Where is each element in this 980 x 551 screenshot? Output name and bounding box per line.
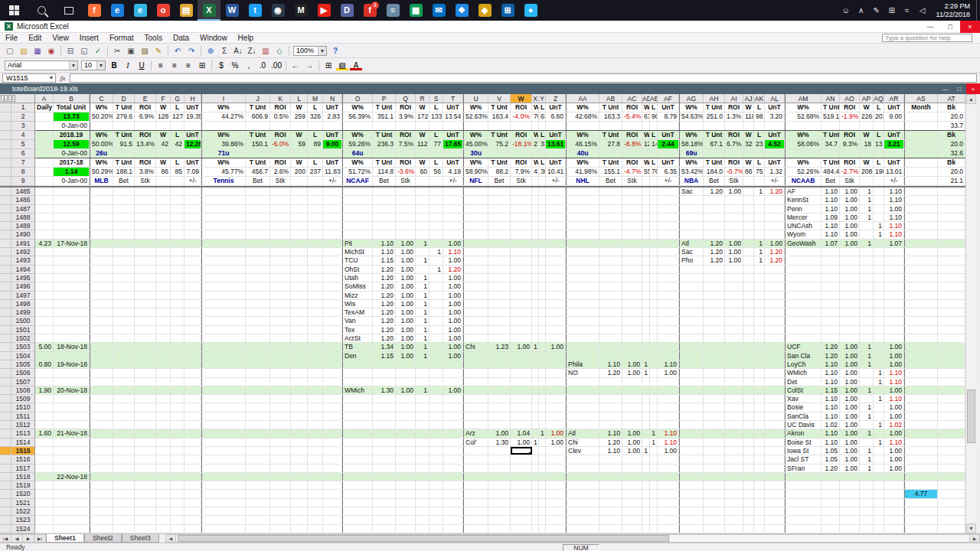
cell[interactable] <box>822 490 840 497</box>
column-header[interactable]: Y <box>539 94 546 103</box>
cell[interactable]: 13.01 <box>884 168 904 176</box>
cell[interactable] <box>135 230 156 238</box>
sort-descending-button[interactable]: Z↓ <box>245 45 259 57</box>
cell[interactable] <box>135 266 156 273</box>
cell[interactable] <box>308 149 323 158</box>
cell[interactable] <box>904 140 938 148</box>
cell[interactable] <box>725 439 743 446</box>
cell[interactable]: 1 <box>416 386 430 394</box>
cell[interactable] <box>270 507 291 515</box>
cell[interactable]: ROI <box>396 131 416 139</box>
cell[interactable]: 1.00 <box>884 455 904 463</box>
cell[interactable]: W <box>642 158 650 167</box>
cell[interactable] <box>156 177 171 185</box>
cell[interactable] <box>373 507 396 515</box>
cell[interactable]: UnT <box>185 158 201 167</box>
cell[interactable]: 0.80 <box>35 360 54 368</box>
cell[interactable] <box>35 317 54 324</box>
cell[interactable] <box>658 395 679 403</box>
cell[interactable] <box>532 256 539 264</box>
save-button[interactable]: ▦ <box>31 45 44 57</box>
cell[interactable] <box>430 455 443 463</box>
cell[interactable] <box>270 149 291 158</box>
cell[interactable]: 1.00 <box>396 274 416 282</box>
column-header[interactable]: S <box>430 94 443 103</box>
cell[interactable]: 1.10 <box>599 447 622 455</box>
cell[interactable]: 1 <box>860 447 874 455</box>
cell[interactable]: W% <box>785 131 822 139</box>
cell[interactable] <box>113 256 135 264</box>
cell[interactable] <box>566 122 599 130</box>
cell[interactable] <box>443 439 463 446</box>
cell[interactable] <box>599 256 622 264</box>
cell[interactable] <box>342 525 373 533</box>
cell[interactable]: 0-Jan-00 <box>54 177 90 185</box>
cell[interactable] <box>725 507 743 515</box>
cell[interactable] <box>430 282 443 290</box>
cell[interactable] <box>113 187 135 195</box>
cell[interactable] <box>679 455 704 463</box>
cell[interactable]: 55 <box>642 168 650 176</box>
cell[interactable] <box>135 465 156 472</box>
cell[interactable] <box>430 403 443 411</box>
cell[interactable] <box>599 214 622 221</box>
cell[interactable] <box>743 465 754 472</box>
cell[interactable]: Daily <box>35 103 54 112</box>
cell[interactable] <box>840 481 860 489</box>
cell[interactable] <box>546 516 566 523</box>
cell[interactable] <box>246 507 270 515</box>
cell[interactable] <box>765 282 785 290</box>
cell[interactable] <box>246 292 270 299</box>
cell[interactable]: 1.00 <box>884 412 904 420</box>
column-header[interactable]: AB <box>599 94 622 103</box>
tab-nav-button-1[interactable]: ◀ <box>11 534 23 543</box>
cell[interactable]: 7.09 <box>185 168 201 176</box>
cell[interactable] <box>650 481 658 489</box>
cell[interactable] <box>642 465 650 472</box>
cell[interactable] <box>511 187 532 195</box>
cell[interactable] <box>488 403 511 411</box>
font-name-combo[interactable]: Arial ▼ <box>5 60 78 70</box>
cell[interactable]: Van <box>342 317 373 324</box>
cell[interactable] <box>704 516 725 523</box>
cell[interactable] <box>539 378 546 386</box>
cell[interactable] <box>599 343 622 350</box>
row-header[interactable]: 1489 <box>0 222 35 230</box>
cell[interactable] <box>938 196 965 204</box>
cell[interactable]: 98 <box>754 112 765 121</box>
cell[interactable] <box>754 490 765 497</box>
cell[interactable] <box>201 300 246 308</box>
cell[interactable]: 251.0 <box>704 112 725 121</box>
cell[interactable] <box>35 499 54 507</box>
cell[interactable] <box>904 343 938 350</box>
cell[interactable]: 1.10 <box>822 205 840 213</box>
cell[interactable] <box>373 473 396 481</box>
cell[interactable] <box>511 507 532 515</box>
cell[interactable] <box>373 187 396 195</box>
cell[interactable] <box>599 334 622 342</box>
cell[interactable] <box>308 386 323 394</box>
cell[interactable]: 1.00 <box>884 205 904 213</box>
cell[interactable] <box>185 352 201 360</box>
cell[interactable]: 1.20 <box>704 187 725 195</box>
cell[interactable] <box>135 369 156 377</box>
cell[interactable] <box>171 214 185 221</box>
cell[interactable] <box>754 499 765 507</box>
cell[interactable] <box>679 369 704 377</box>
cell[interactable] <box>323 282 342 290</box>
cell[interactable] <box>113 317 135 324</box>
cell[interactable] <box>156 187 171 195</box>
cell[interactable] <box>566 473 599 481</box>
cell[interactable]: 1.23 <box>488 343 511 350</box>
cell[interactable] <box>822 481 840 489</box>
cell[interactable] <box>443 429 463 437</box>
cell[interactable] <box>511 403 532 411</box>
cell[interactable] <box>650 360 658 368</box>
cell[interactable]: Boise St <box>785 439 822 446</box>
cell[interactable] <box>785 481 822 489</box>
cell[interactable] <box>156 395 171 403</box>
cell[interactable] <box>113 447 135 455</box>
cell[interactable] <box>171 343 185 350</box>
cell[interactable] <box>430 516 443 523</box>
cell[interactable] <box>463 490 488 497</box>
